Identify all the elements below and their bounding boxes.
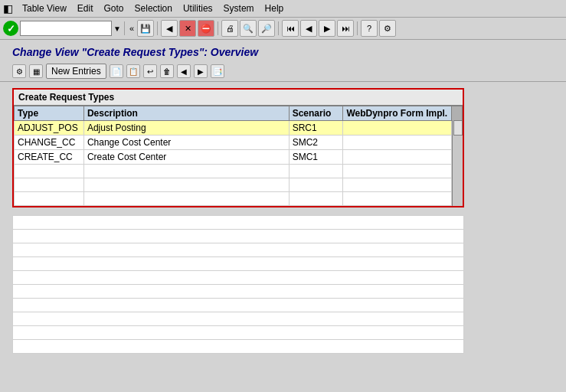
cell-type[interactable] xyxy=(15,178,84,192)
undo-btn[interactable]: ↩ xyxy=(143,64,157,78)
cell-desc[interactable]: Adjust Posting xyxy=(83,121,289,136)
empty-cell xyxy=(13,230,464,243)
action-toolbar: ⚙ ▦ New Entries 📄 📋 ↩ 🗑 ◀ ▶ 📑 xyxy=(0,61,566,82)
bottom-table-body xyxy=(13,216,464,354)
cell-webdynpro[interactable] xyxy=(343,178,451,192)
table-row[interactable] xyxy=(15,178,463,192)
cell-type[interactable] xyxy=(15,192,84,206)
table-icon[interactable]: ▦ xyxy=(29,64,43,78)
scroll-thumb[interactable] xyxy=(453,120,463,136)
table-row[interactable] xyxy=(15,192,463,206)
cell-type[interactable]: ADJUST_POS xyxy=(15,121,84,136)
cell-webdynpro[interactable] xyxy=(343,192,451,206)
cell-scenario[interactable] xyxy=(289,192,343,206)
data-table: Type Description Scenario WebDynpro Form… xyxy=(14,106,463,206)
cell-type[interactable] xyxy=(15,165,84,178)
last-btn[interactable]: ⏭ xyxy=(337,20,354,37)
command-input[interactable] xyxy=(20,21,112,36)
back-btn[interactable]: ◀ xyxy=(161,20,178,37)
separator5 xyxy=(357,21,358,35)
cell-scenario[interactable]: SRC1 xyxy=(289,121,343,136)
bottom-empty-row xyxy=(13,257,464,271)
app-icon: ◧ xyxy=(3,2,13,15)
cell-scenario[interactable] xyxy=(289,165,343,178)
bottom-area xyxy=(0,214,566,355)
config-icon[interactable]: ⚙ xyxy=(12,64,26,78)
separator2 xyxy=(157,21,158,35)
find-next-btn[interactable]: 🔎 xyxy=(258,20,275,37)
next-btn[interactable]: ▶ xyxy=(319,20,335,37)
cell-scenario[interactable]: SMC1 xyxy=(289,150,343,165)
table-row[interactable]: CHANGE_CCChange Cost CenterSMC2 xyxy=(15,136,463,150)
col-header-description: Description xyxy=(83,106,289,121)
doc-btn[interactable]: 📑 xyxy=(211,64,224,78)
menu-selection[interactable]: Selection xyxy=(130,2,177,15)
bottom-empty-row xyxy=(13,216,464,230)
menu-system[interactable]: System xyxy=(219,2,259,15)
delete-btn[interactable]: 🗑 xyxy=(160,64,174,78)
content-area: Create Request Types Type Description Sc… xyxy=(0,82,566,214)
first-btn[interactable]: ⏮ xyxy=(282,20,299,37)
empty-cell xyxy=(13,326,464,340)
separator3 xyxy=(218,21,218,35)
menu-edit[interactable]: Edit xyxy=(73,2,98,15)
table-row[interactable]: ADJUST_POSAdjust PostingSRC1 xyxy=(15,121,463,136)
prev-btn[interactable]: ◀ xyxy=(300,20,317,37)
bottom-empty-row xyxy=(13,340,464,354)
col-header-type: Type xyxy=(15,106,84,121)
bottom-empty-row xyxy=(13,285,464,299)
copy-btn[interactable]: 📋 xyxy=(126,64,140,78)
cell-desc[interactable] xyxy=(83,178,289,192)
next-page-btn[interactable]: ▶ xyxy=(194,64,208,78)
separator4 xyxy=(278,21,279,35)
cancel-btn[interactable]: ⛔ xyxy=(198,20,214,37)
new-entries-btn[interactable]: New Entries xyxy=(46,64,106,79)
menu-goto[interactable]: Goto xyxy=(100,2,129,15)
cell-webdynpro[interactable] xyxy=(343,150,451,165)
prev-page-btn[interactable]: ◀ xyxy=(177,64,191,78)
bottom-empty-row xyxy=(13,271,464,285)
cell-desc[interactable] xyxy=(83,192,289,206)
toolbar1: ✓ ▼ « 💾 ◀ ✕ ⛔ 🖨 🔍 🔎 ⏮ ◀ ▶ ⏭ ? ⚙ xyxy=(0,18,566,40)
table-row[interactable] xyxy=(15,165,463,178)
settings-btn[interactable]: ⚙ xyxy=(379,20,396,37)
cell-type[interactable]: CHANGE_CC xyxy=(15,136,84,150)
nav-prev-icon[interactable]: « xyxy=(128,22,136,34)
menu-help[interactable]: Help xyxy=(260,2,289,15)
empty-cell xyxy=(13,285,464,299)
table-title: Create Request Types xyxy=(14,90,463,106)
cell-webdynpro[interactable] xyxy=(343,136,451,150)
empty-cell xyxy=(13,243,464,257)
table-body: ADJUST_POSAdjust PostingSRC1CHANGE_CCCha… xyxy=(15,121,463,206)
col-header-scenario: Scenario xyxy=(289,106,343,121)
cell-webdynpro[interactable] xyxy=(343,165,451,178)
cell-scenario[interactable]: SMC2 xyxy=(289,136,343,150)
page-title-area: Change View "Create Request Types": Over… xyxy=(0,40,566,61)
scroll-header xyxy=(451,106,462,121)
menu-utilities[interactable]: Utilities xyxy=(178,2,218,15)
menu-tableview[interactable]: Table View xyxy=(18,2,71,15)
table-header-row: Type Description Scenario WebDynpro Form… xyxy=(15,106,463,121)
empty-cell xyxy=(13,299,464,312)
empty-cell xyxy=(13,312,464,326)
find-btn[interactable]: 🔍 xyxy=(240,20,257,37)
bottom-empty-row xyxy=(13,299,464,312)
green-check-icon[interactable]: ✓ xyxy=(3,21,18,36)
table-row[interactable]: CREATE_CCCreate Cost CenterSMC1 xyxy=(15,150,463,165)
help-btn[interactable]: ? xyxy=(361,20,378,37)
cell-type[interactable]: CREATE_CC xyxy=(15,150,84,165)
col-header-webdynpro: WebDynpro Form Impl. xyxy=(343,106,451,121)
page-title: Change View "Create Request Types": Over… xyxy=(12,46,554,58)
detail-btn[interactable]: 📄 xyxy=(110,64,123,78)
cell-desc[interactable]: Change Cost Center xyxy=(83,136,289,150)
exit-btn[interactable]: ✕ xyxy=(179,20,196,37)
dropdown-arrow-icon[interactable]: ▼ xyxy=(113,24,121,33)
cell-scenario[interactable] xyxy=(289,178,343,192)
cell-desc[interactable] xyxy=(83,165,289,178)
print-btn[interactable]: 🖨 xyxy=(221,20,238,37)
scrollbar[interactable] xyxy=(452,120,463,206)
cell-webdynpro[interactable] xyxy=(343,121,451,136)
cell-desc[interactable]: Create Cost Center xyxy=(83,150,289,165)
bottom-empty-row xyxy=(13,326,464,340)
save-btn[interactable]: 💾 xyxy=(137,20,154,37)
